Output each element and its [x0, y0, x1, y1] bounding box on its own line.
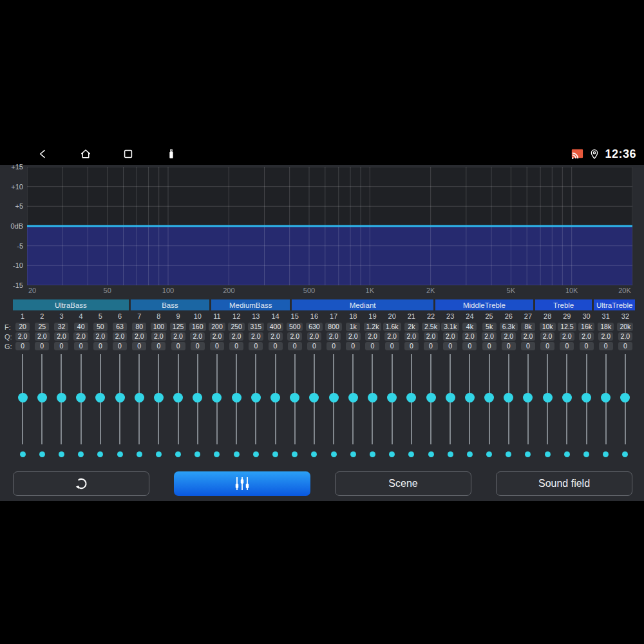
q-factor-value[interactable]: 2.0	[54, 332, 69, 341]
frequency-value[interactable]: 250	[228, 323, 245, 331]
slider-knob[interactable]	[57, 393, 66, 402]
band-header-mediant[interactable]: Mediant	[292, 299, 433, 310]
gain-value[interactable]: 0	[560, 342, 574, 350]
frequency-value[interactable]: 1.2k	[364, 323, 382, 331]
slider-knob[interactable]	[446, 393, 455, 402]
q-factor-value[interactable]: 2.0	[579, 332, 594, 341]
slider-knob[interactable]	[329, 393, 339, 402]
q-factor-value[interactable]: 2.0	[307, 332, 322, 341]
gain-value[interactable]: 0	[229, 342, 243, 350]
channel-dot[interactable]	[97, 451, 103, 457]
gain-value[interactable]: 0	[151, 342, 166, 350]
gain-value[interactable]: 0	[191, 342, 205, 350]
slider-knob[interactable]	[601, 393, 611, 402]
frequency-value[interactable]: 125	[170, 323, 187, 331]
gain-slider[interactable]	[460, 354, 479, 444]
q-factor-value[interactable]: 2.0	[113, 332, 128, 341]
frequency-value[interactable]: 100	[151, 323, 167, 331]
frequency-value[interactable]: 10k	[540, 323, 556, 331]
q-factor-value[interactable]: 2.0	[93, 332, 108, 341]
band-header-bass[interactable]: Bass	[131, 299, 209, 310]
gain-slider[interactable]	[169, 354, 188, 444]
channel-dot[interactable]	[175, 451, 181, 457]
gain-value[interactable]: 0	[482, 342, 497, 350]
slider-knob[interactable]	[504, 393, 513, 402]
gain-value[interactable]: 0	[15, 342, 30, 350]
gain-value[interactable]: 0	[54, 342, 68, 350]
channel-dot[interactable]	[137, 451, 142, 457]
frequency-value[interactable]: 20	[15, 323, 30, 331]
channel-dot[interactable]	[408, 451, 414, 457]
channel-dot[interactable]	[448, 451, 453, 457]
gain-value[interactable]: 0	[443, 342, 457, 350]
channel-dot[interactable]	[253, 451, 259, 457]
slider-knob[interactable]	[484, 393, 494, 402]
channel-dot[interactable]	[370, 451, 375, 457]
slider-knob[interactable]	[406, 393, 416, 402]
gain-value[interactable]: 0	[540, 342, 554, 350]
gain-value[interactable]: 0	[288, 342, 302, 350]
q-factor-value[interactable]: 2.0	[540, 332, 555, 341]
band-header-mediumbass[interactable]: MediumBass	[211, 299, 290, 310]
q-factor-value[interactable]: 2.0	[287, 332, 302, 341]
slider-knob[interactable]	[193, 393, 202, 402]
band-header-treble[interactable]: Treble	[535, 299, 592, 310]
channel-dot[interactable]	[525, 451, 531, 457]
back-icon[interactable]	[36, 147, 49, 160]
frequency-value[interactable]: 6.3k	[500, 323, 518, 331]
gain-slider[interactable]	[71, 354, 91, 444]
frequency-value[interactable]: 2k	[404, 323, 419, 331]
gain-value[interactable]: 0	[93, 342, 108, 350]
slider-knob[interactable]	[18, 393, 28, 402]
frequency-value[interactable]: 32	[54, 323, 68, 331]
frequency-value[interactable]: 1k	[346, 323, 360, 331]
gain-slider[interactable]	[246, 354, 265, 444]
q-factor-value[interactable]: 2.0	[482, 332, 497, 341]
gain-slider[interactable]	[149, 354, 168, 444]
gain-value[interactable]: 0	[269, 342, 283, 350]
gain-slider[interactable]	[383, 354, 402, 444]
gain-slider[interactable]	[13, 354, 32, 444]
frequency-value[interactable]: 4k	[462, 323, 477, 331]
gain-value[interactable]: 0	[618, 342, 632, 350]
channel-dot[interactable]	[389, 451, 395, 457]
reset-button[interactable]	[13, 471, 149, 496]
q-factor-value[interactable]: 2.0	[132, 332, 147, 341]
gain-slider[interactable]	[129, 354, 149, 444]
band-header-ultratreble[interactable]: UltraTreble	[594, 299, 635, 310]
gain-slider[interactable]	[285, 354, 305, 444]
gain-slider[interactable]	[91, 354, 110, 444]
gain-slider[interactable]	[421, 354, 440, 444]
q-factor-value[interactable]: 2.0	[384, 332, 399, 341]
slider-knob[interactable]	[368, 393, 377, 402]
gain-value[interactable]: 0	[346, 342, 360, 350]
gain-slider[interactable]	[343, 354, 363, 444]
gain-slider[interactable]	[207, 354, 227, 444]
channel-dot[interactable]	[214, 451, 220, 457]
gain-slider[interactable]	[188, 354, 207, 444]
frequency-value[interactable]: 500	[287, 323, 303, 331]
slider-knob[interactable]	[562, 393, 572, 402]
gain-slider[interactable]	[557, 354, 576, 444]
frequency-value[interactable]: 315	[248, 323, 265, 331]
channel-dot[interactable]	[486, 451, 492, 457]
gain-slider[interactable]	[440, 354, 460, 444]
frequency-value[interactable]: 400	[267, 323, 284, 331]
channel-dot[interactable]	[156, 451, 162, 457]
frequency-value[interactable]: 63	[113, 323, 127, 331]
frequency-value[interactable]: 160	[189, 323, 206, 331]
gain-slider[interactable]	[305, 354, 324, 444]
slider-knob[interactable]	[426, 393, 436, 402]
frequency-value[interactable]: 25	[35, 323, 49, 331]
channel-dot[interactable]	[59, 451, 64, 457]
gain-slider[interactable]	[32, 354, 52, 444]
slider-knob[interactable]	[465, 393, 475, 402]
channel-dot[interactable]	[467, 451, 473, 457]
slider-knob[interactable]	[348, 393, 358, 402]
slider-knob[interactable]	[37, 393, 47, 402]
q-factor-value[interactable]: 2.0	[521, 332, 536, 341]
gain-value[interactable]: 0	[35, 342, 49, 350]
q-factor-value[interactable]: 2.0	[35, 332, 50, 341]
gain-value[interactable]: 0	[132, 342, 146, 350]
slider-knob[interactable]	[154, 393, 164, 402]
